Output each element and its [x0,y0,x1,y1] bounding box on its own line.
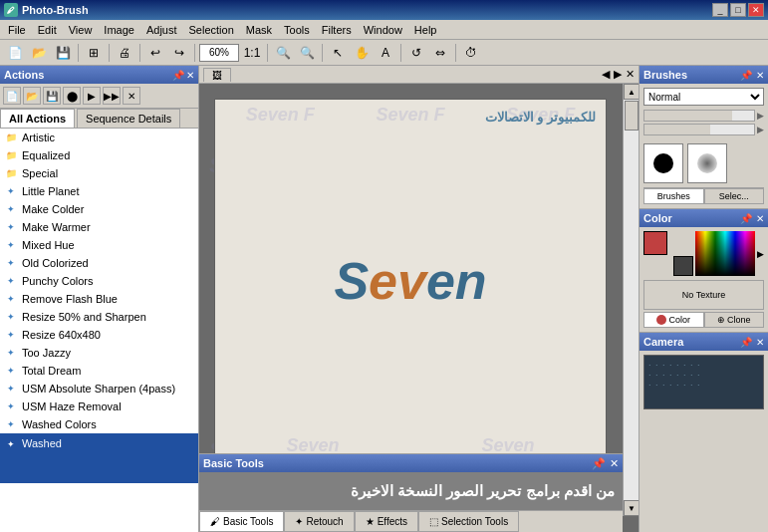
list-item-equalized[interactable]: 📁 Equalized [0,146,198,164]
color-close[interactable]: ✕ [756,213,764,224]
list-item-little-planet[interactable]: ✦ Little Planet [0,182,198,200]
canvas-tab[interactable]: 🖼 [203,68,231,82]
scroll-track-v[interactable] [624,100,639,500]
list-item-punchy-colors[interactable]: ✦ Punchy Colors [0,272,198,290]
list-item-mixed-hue[interactable]: ✦ Mixed Hue [0,236,198,254]
play-btn[interactable]: ▶ [83,87,101,105]
circle-btn[interactable]: ⬤ [63,87,81,105]
texture-area[interactable]: No Texture [643,280,764,310]
new-action-btn[interactable]: 📄 [3,87,21,105]
tab-selection-tools[interactable]: ⬚ Selection Tools [418,511,519,532]
menu-selection[interactable]: Selection [183,22,240,38]
close-button[interactable]: ✕ [748,3,764,17]
foreground-color-swatch[interactable] [643,231,667,255]
canvas-scrollbar-v[interactable]: ▲ ▼ [623,84,639,516]
color-swatch-area[interactable] [643,231,693,276]
brush-slider-2[interactable] [643,124,755,135]
camera-pin[interactable]: 📌 [740,337,752,348]
flip-button[interactable]: ⇔ [429,42,451,64]
open-button[interactable]: 📂 [28,42,50,64]
list-item-too-jazzy[interactable]: ✦ Too Jazzy [0,344,198,362]
grid-button[interactable]: ⊞ [83,42,105,64]
menu-tools[interactable]: Tools [278,22,316,38]
menu-edit[interactable]: Edit [32,22,63,38]
list-item-special[interactable]: 📁 Special [0,164,198,182]
menu-adjust[interactable]: Adjust [140,22,183,38]
brush-preview-2[interactable] [687,143,727,183]
undo-button[interactable]: ↩ [144,42,166,64]
zoom-in-button[interactable]: 🔍 [272,42,294,64]
tab-all-actions[interactable]: All Actions [0,109,75,128]
list-item-artistic[interactable]: 📁 Artistic [0,129,198,146]
effects-icon: ★ [366,516,375,527]
pin-icon[interactable]: 📌 [172,70,184,81]
list-item-remove-flash-blue[interactable]: ✦ Remove Flash Blue [0,290,198,308]
zoom-out-button[interactable]: 🔍 [296,42,318,64]
fast-play-btn[interactable]: ▶▶ [103,87,121,105]
brush-tab-brushes[interactable]: Brushes [643,188,704,204]
list-item-washed[interactable]: ✦ Washed [0,433,198,483]
brushes-pin[interactable]: 📌 [740,70,752,81]
camera-close[interactable]: ✕ [756,337,764,348]
blend-mode-dropdown[interactable]: Normal [643,88,764,106]
zoom-input[interactable] [199,44,239,62]
list-item-washed-colors[interactable]: ✦ Washed Colors [0,415,198,433]
minimize-button[interactable]: _ [712,3,728,17]
color-spectrum[interactable] [695,231,755,276]
list-item-total-dream[interactable]: ✦ Total Dream [0,362,198,380]
new-button[interactable]: 📄 [4,42,26,64]
canvas-image[interactable]: Seven FSeven FSeven F للكمبيوتر و الاتصا… [214,99,607,462]
bottom-panel-pin[interactable]: 📌 [592,457,606,470]
scroll-thumb-v[interactable] [625,101,639,131]
menu-window[interactable]: Window [358,22,408,38]
color-pin[interactable]: 📌 [740,213,752,224]
list-item-old-colorized[interactable]: ✦ Old Colorized [0,254,198,272]
scroll-up-btn[interactable]: ▲ [624,84,639,100]
scroll-down-btn[interactable]: ▼ [624,500,639,516]
select-tool[interactable]: ↖ [327,42,349,64]
redo-button[interactable]: ↪ [168,42,190,64]
menu-help[interactable]: Help [408,22,443,38]
rotate-button[interactable]: ↺ [405,42,427,64]
print-button[interactable]: 🖨 [114,42,135,64]
list-item-make-colder[interactable]: ✦ Make Colder [0,200,198,218]
list-item-usm-absolute[interactable]: ✦ USM Absolute Sharpen (4pass) [0,380,198,398]
open-action-btn[interactable]: 📂 [23,87,41,105]
brush-slider-1[interactable] [643,110,755,122]
maximize-button[interactable]: □ [730,3,746,17]
brush-tab-select[interactable]: Selec... [704,188,765,204]
color-swatches-row: ▶ [643,231,764,276]
text-tool[interactable]: A [375,42,396,64]
save-button[interactable]: 💾 [52,42,74,64]
bottom-panel-close[interactable]: ✕ [610,457,619,470]
menu-view[interactable]: View [63,22,99,38]
tab-basic-tools[interactable]: 🖌 Basic Tools [199,511,284,532]
menu-filters[interactable]: Filters [316,22,358,38]
delete-action-btn[interactable]: ✕ [123,87,140,105]
canvas-nav-left[interactable]: ◀ [602,68,610,81]
menu-image[interactable]: Image [98,22,140,38]
list-item-make-warmer[interactable]: ✦ Make Warmer [0,218,198,236]
background-color-swatch[interactable] [673,256,693,276]
menu-mask[interactable]: Mask [240,22,278,38]
list-item-resize-50[interactable]: ✦ Resize 50% and Sharpen [0,308,198,326]
list-item-usm-haze[interactable]: ✦ USM Haze Removal [0,398,198,415]
canvas-nav-right[interactable]: ▶ [614,68,622,81]
history-button[interactable]: ⏱ [460,42,482,64]
tab-sequence-details[interactable]: Sequence Details [77,109,180,128]
tab-clone[interactable]: ⊕ Clone [704,312,765,328]
brush-preview-1[interactable] [643,143,683,183]
tab-color[interactable]: Color [643,312,704,328]
hand-tool[interactable]: ✋ [351,42,373,64]
close-panel-icon[interactable]: ✕ [186,70,194,81]
color-arrow-right[interactable]: ▶ [757,249,764,259]
zoom-ratio-btn[interactable]: 1:1 [241,42,263,64]
save-action-btn[interactable]: 💾 [43,87,61,105]
menu-file[interactable]: File [2,22,32,38]
script-icon: ✦ [4,184,18,198]
canvas-close[interactable]: ✕ [626,68,635,81]
list-item-resize-640[interactable]: ✦ Resize 640x480 [0,326,198,344]
brushes-close[interactable]: ✕ [756,70,764,81]
tab-retouch[interactable]: ✦ Retouch [284,511,354,532]
tab-effects[interactable]: ★ Effects [355,511,418,532]
